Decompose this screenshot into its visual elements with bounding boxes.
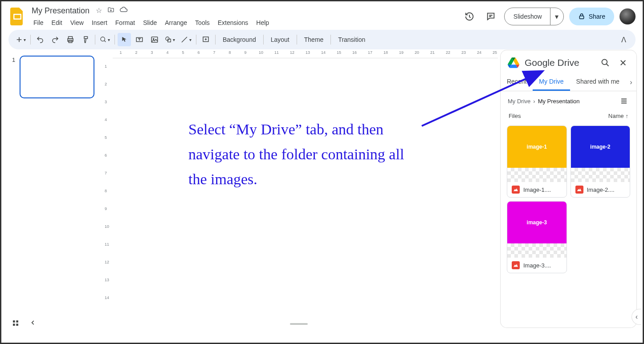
drive-search-icon[interactable] [599,57,611,69]
file-card[interactable]: image-3 Image-3.... [507,201,567,273]
drive-tab-mydrive[interactable]: My Drive [533,73,570,91]
file-checker [571,168,630,182]
menu-slide[interactable]: Slide [139,17,160,28]
file-checker [507,168,567,182]
menu-arrange[interactable]: Arrange [161,17,191,28]
svg-point-9 [153,38,154,39]
toolbar: ▾ ▾ ▾ ▾ Background Layout Theme Transiti… [8,30,636,49]
layout-button[interactable]: Layout [266,36,294,43]
grid-view-icon[interactable] [12,320,19,328]
collapse-toolbar-icon[interactable]: ᐱ [617,33,630,46]
redo-button[interactable] [49,33,62,46]
speaker-notes-handle[interactable] [290,323,308,325]
menu-format[interactable]: Format [112,17,139,28]
share-label: Share [589,13,605,20]
star-icon[interactable]: ☆ [96,6,102,15]
svg-rect-2 [579,16,583,19]
undo-button[interactable] [33,33,47,46]
image-file-icon [512,261,520,269]
cloud-status-icon[interactable] [120,6,128,15]
comments-icon[interactable] [483,8,499,24]
svg-rect-14 [16,320,18,323]
drive-breadcrumb: My Drive › My Presentation [501,91,636,111]
history-icon[interactable] [461,8,477,24]
files-section-label: Files [509,113,521,119]
paint-format-button[interactable] [79,33,92,46]
move-icon[interactable] [107,6,114,15]
file-preview: image-3 [507,202,567,243]
comment-tool[interactable] [199,33,212,46]
arrow-up-icon: ↑ [626,113,629,119]
file-name: Image-2.... [587,186,615,193]
drive-tab-recent[interactable]: Recent [501,73,533,91]
menu-help[interactable]: Help [253,17,273,28]
list-view-icon[interactable] [619,96,629,106]
transition-button[interactable]: Transition [334,36,370,43]
file-preview: image-2 [571,126,630,168]
menu-edit[interactable]: Edit [48,17,66,28]
svg-point-17 [602,60,607,65]
image-file-icon [575,186,583,194]
slide-thumbnail-1[interactable] [20,56,94,98]
filmstrip: 1 [1,49,99,334]
slides-app-icon[interactable] [8,8,26,25]
print-button[interactable] [64,33,77,46]
menu-insert[interactable]: Insert [88,17,111,28]
menu-tools[interactable]: Tools [192,17,213,28]
slide-canvas[interactable] [118,64,489,325]
textbox-tool[interactable] [133,33,146,46]
svg-rect-15 [13,324,15,326]
crumb-current[interactable]: My Presentation [538,98,580,105]
line-tool[interactable]: ▾ [179,33,193,46]
hide-filmstrip-icon[interactable] [30,320,36,328]
menu-bar: File Edit View Insert Format Slide Arran… [30,17,461,28]
drive-tab-shared[interactable]: Shared with me [570,73,626,91]
account-avatar[interactable] [620,8,636,24]
drive-side-panel: Google Drive Recent My Drive Shared with… [501,50,636,328]
svg-rect-16 [16,324,18,326]
theme-button[interactable]: Theme [300,36,328,43]
drive-logo-icon [508,57,519,68]
vertical-ruler: 1234567891011121314 [104,58,113,334]
new-slide-button[interactable]: ▾ [14,33,28,46]
background-button[interactable]: Background [218,36,261,43]
crumb-root[interactable]: My Drive [508,98,530,105]
file-checker [507,243,567,258]
slide-number: 1 [12,57,15,63]
share-button[interactable]: Share [569,8,614,25]
image-tool[interactable] [148,33,161,46]
slideshow-dropdown[interactable]: ▾ [550,8,563,25]
drive-panel-title: Google Drive [525,57,594,68]
annotation-text: Select “My Drive” tab, and then navigate… [188,117,424,192]
file-card[interactable]: image-1 Image-1.... [507,125,567,198]
sort-by-name[interactable]: Name ↑ [608,113,628,119]
menu-view[interactable]: View [67,17,87,28]
menu-file[interactable]: File [30,17,47,28]
drive-close-icon[interactable] [617,57,629,69]
file-preview: image-1 [507,126,567,168]
tabs-scroll-right-icon[interactable]: › [626,77,636,88]
image-file-icon [512,186,520,194]
shape-tool[interactable]: ▾ [163,33,177,46]
file-name: Image-1.... [523,186,551,193]
document-title[interactable]: My Presentation [30,5,91,16]
svg-rect-13 [13,320,15,323]
chevron-right-icon: › [533,98,535,105]
svg-point-6 [101,37,105,41]
horizontal-ruler: 1234567891011121314151617181920212223242… [113,49,498,58]
file-name: Image-3.... [523,262,551,269]
menu-extensions[interactable]: Extensions [214,17,252,28]
svg-rect-1 [15,15,20,19]
select-tool[interactable] [118,33,131,46]
slideshow-button[interactable]: Slideshow [505,8,550,25]
zoom-button[interactable]: ▾ [98,33,112,46]
file-card[interactable]: image-2 Image-2.... [571,125,631,198]
